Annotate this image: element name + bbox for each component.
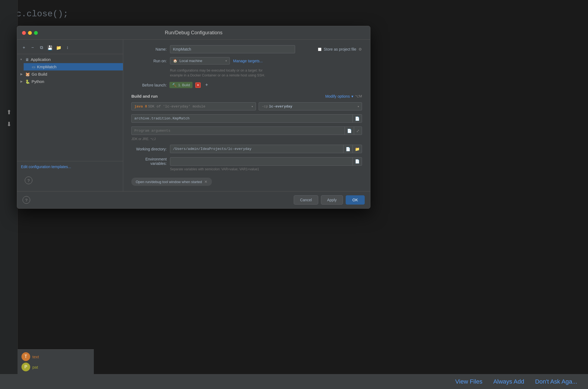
sidebar-icon-download[interactable]: ⬇ — [7, 121, 11, 128]
application-icon: 🖥 — [25, 57, 29, 62]
name-row: Name: Store as project file ⚙ — [131, 45, 362, 53]
close-button[interactable] — [22, 31, 26, 35]
chevron-down-icon: ▾ — [351, 94, 353, 98]
bottom-panel: T text P pat — [18, 349, 94, 374]
working-dir-row: Working directory: 📄 📁 — [131, 145, 362, 153]
run-on-dropdown[interactable]: 🏠 Local machine ▾ — [170, 57, 230, 64]
cp-arrow: ▾ — [358, 105, 359, 108]
working-dir-folder-button[interactable]: 📁 — [352, 145, 362, 153]
help-button-footer[interactable]: ? — [23, 196, 30, 204]
sdk-cp-row: java 8 SDK of 'lc-everyday' module ▾ -cp… — [131, 102, 362, 110]
tree-item-gobuild[interactable]: ▶ 🐹 Go Build — [17, 70, 123, 78]
bottom-panel-text-item[interactable]: T text — [21, 352, 90, 361]
python-icon: 🐍 — [25, 79, 30, 84]
dialog-title: Run/Debug Configurations — [23, 30, 365, 36]
application-children: ▭ KmpMatch — [17, 63, 123, 70]
cp-dropdown[interactable]: -cp lc-everyday ▾ — [259, 102, 362, 110]
run-debug-dialog: Run/Debug Configurations + − ⧉ 💾 📁 ↕ ▾ 🖥… — [17, 26, 370, 209]
minimize-button[interactable] — [28, 31, 32, 35]
remove-build-button[interactable]: ✕ — [195, 82, 201, 88]
add-before-launch-button[interactable]: + — [203, 82, 210, 88]
program-args-browse-button[interactable]: 📄 — [345, 127, 354, 135]
open-debug-chip-close[interactable]: ✕ — [204, 180, 208, 184]
build-chip-label: 1. Build — [178, 83, 190, 87]
env-vars-hint: Separate variables with semicolon: VAR=v… — [170, 167, 362, 171]
modify-options-btn[interactable]: Modify options ▾ ⌥M — [325, 94, 362, 98]
working-dir-input[interactable] — [170, 145, 343, 153]
footer-buttons: Cancel Apply OK — [294, 195, 365, 205]
help-button-left[interactable]: ? — [25, 177, 32, 184]
env-vars-input-wrap: 📄 — [170, 157, 362, 166]
tree-item-kmpmatch[interactable]: ▭ KmpMatch — [24, 63, 123, 70]
right-panel: Name: Store as project file ⚙ Run on: 🏠 … — [123, 40, 370, 191]
dialog-titlebar: Run/Debug Configurations — [17, 26, 370, 40]
section-header: Build and run Modify options ▾ ⌥M — [131, 94, 362, 98]
add-config-button[interactable]: + — [20, 44, 27, 51]
sort-config-button[interactable]: ↕ — [64, 44, 71, 51]
main-class-row: 📄 — [131, 114, 362, 123]
view-files-link[interactable]: View Files — [455, 378, 482, 385]
bottom-status-bar: View Files Always Add Don't Ask Aga... — [0, 374, 588, 389]
build-chip: 🔨 1. Build — [169, 82, 193, 88]
traffic-lights — [22, 31, 38, 35]
dont-ask-link[interactable]: Don't Ask Aga... — [535, 378, 577, 385]
kmpmatch-icon: ▭ — [32, 65, 35, 69]
main-class-browse-button[interactable]: 📄 — [352, 115, 362, 122]
before-launch-row: Before launch: 🔨 1. Build ✕ + — [131, 82, 362, 88]
store-label: Store as project file — [324, 47, 356, 51]
program-args-expand-button[interactable]: ⤢ — [354, 127, 362, 135]
run-hint: Run configurations may be executed local… — [170, 68, 362, 78]
maximize-button[interactable] — [34, 31, 38, 35]
dialog-footer: ? Cancel Apply OK — [17, 191, 370, 208]
gobuild-arrow: ▶ — [20, 72, 24, 76]
open-debug-chip-label: Open run/debug tool window when started — [136, 180, 202, 184]
ok-button[interactable]: OK — [346, 195, 365, 205]
gobuild-label: Go Build — [32, 72, 47, 76]
edit-templates-text: Edit configuration templates... — [21, 165, 71, 169]
copy-config-button[interactable]: ⧉ — [38, 44, 45, 51]
house-icon: 🏠 — [173, 59, 177, 63]
working-dir-input-wrap: 📄 📁 — [170, 145, 362, 153]
cancel-button[interactable]: Cancel — [294, 195, 318, 205]
store-as-project-checkbox[interactable] — [318, 48, 321, 51]
sidebar-icon-upload[interactable]: ⬆ — [7, 109, 11, 116]
cp-value: -cp lc-everyday — [262, 104, 292, 109]
name-label: Name: — [131, 47, 167, 51]
run-on-value: Local machine — [180, 59, 202, 63]
save-config-button[interactable]: 💾 — [47, 44, 54, 51]
gear-icon[interactable]: ⚙ — [358, 47, 362, 51]
dialog-body: + − ⧉ 💾 📁 ↕ ▾ 🖥 Application ▭ — [17, 40, 370, 191]
toolbar: + − ⧉ 💾 📁 ↕ — [17, 42, 123, 54]
application-arrow: ▾ — [20, 58, 24, 61]
env-vars-label: Environment variables: — [131, 157, 167, 166]
edit-templates-link-panel[interactable]: Edit configuration templates... — [17, 161, 123, 172]
jdk-hint: JDK or JRE. ⌥J — [131, 137, 362, 141]
remove-config-button[interactable]: − — [29, 44, 36, 51]
working-dir-file-button[interactable]: 📄 — [343, 145, 352, 153]
tree-item-python[interactable]: ▶ 🐍 Python — [17, 78, 123, 85]
program-args-input[interactable] — [132, 127, 345, 135]
run-on-arrow: ▾ — [225, 59, 227, 62]
env-vars-input[interactable] — [170, 158, 352, 165]
main-class-input[interactable] — [132, 115, 352, 122]
env-vars-browse-button[interactable]: 📄 — [352, 158, 362, 165]
open-debug-chip-row: Open run/debug tool window when started … — [131, 178, 362, 186]
pat-icon: P — [21, 363, 30, 371]
manage-targets-link[interactable]: Manage targets... — [233, 59, 263, 63]
always-add-link[interactable]: Always Add — [493, 378, 524, 385]
config-tree: ▾ 🖥 Application ▭ KmpMatch ▶ 🐹 Go Build — [17, 54, 123, 161]
tree-item-application[interactable]: ▾ 🖥 Application — [17, 56, 123, 63]
program-args-row: 📄 ⤢ — [131, 126, 362, 135]
run-on-label: Run on: — [131, 59, 167, 63]
section-title: Build and run — [131, 94, 158, 98]
apply-button[interactable]: Apply — [321, 195, 343, 205]
folder-config-button[interactable]: 📁 — [55, 44, 62, 51]
modify-options-shortcut: ⌥M — [355, 94, 362, 98]
sdk-dropdown[interactable]: java 8 SDK of 'lc-everyday' module ▾ — [131, 102, 256, 110]
name-input[interactable] — [170, 45, 295, 53]
env-vars-row: Environment variables: 📄 — [131, 157, 362, 166]
python-label: Python — [32, 79, 44, 84]
modify-options-label: Modify options — [325, 94, 350, 98]
bottom-panel-pat-item[interactable]: P pat — [21, 363, 90, 371]
gobuild-icon: 🐹 — [25, 72, 30, 76]
